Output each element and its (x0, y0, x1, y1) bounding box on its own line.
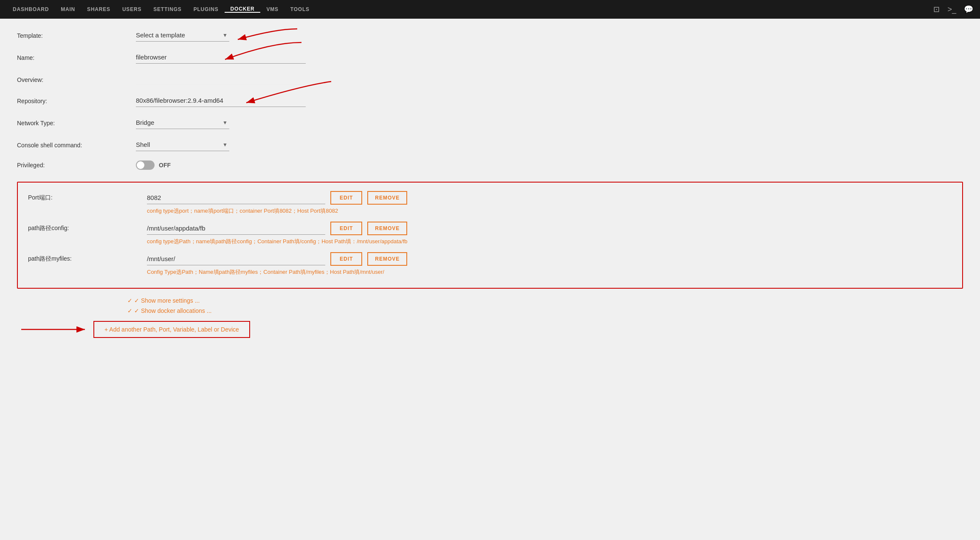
nav-main[interactable]: MAIN (55, 6, 81, 13)
annotation-arrow-name (221, 38, 306, 68)
annotation-arrow-repo (242, 77, 335, 111)
privileged-row: Privileged: OFF (17, 160, 963, 170)
repository-row: Repository: (17, 94, 963, 107)
port-label: Port端口: (28, 194, 147, 202)
show-more-settings-link[interactable]: ✓ ✓ Show more settings ... (127, 297, 963, 304)
nav-items: DASHBOARD MAIN SHARES USERS SETTINGS PLU… (7, 6, 933, 13)
port-edit-button[interactable]: EDIT (330, 191, 362, 205)
toggle-knob (137, 161, 144, 169)
network-type-row: Network Type: Bridge Host None ▼ (17, 116, 963, 129)
nav-utility-icons: ⊡ >_ 💬 (933, 5, 973, 14)
nav-shares[interactable]: SHARES (81, 6, 116, 13)
export-icon[interactable]: ⊡ (933, 5, 940, 14)
top-nav: DASHBOARD MAIN SHARES USERS SETTINGS PLU… (0, 0, 980, 19)
port-section-row: Port端口: EDIT REMOVE config type选port；nam… (28, 191, 952, 220)
add-another-button[interactable]: + Add another Path, Port, Variable, Labe… (93, 321, 250, 338)
path-config-remove-button[interactable]: REMOVE (367, 222, 407, 235)
ports-paths-section: Port端口: EDIT REMOVE config type选port；nam… (17, 182, 963, 289)
console-shell-label: Console shell command: (17, 138, 136, 149)
port-hint: config type选port；name填port端口；container P… (147, 207, 952, 220)
network-type-select[interactable]: Bridge Host None (136, 116, 229, 129)
show-more-settings-label: ✓ Show more settings ... (134, 297, 200, 304)
show-docker-allocations-link[interactable]: ✓ ✓ Show docker allocations ... (127, 307, 963, 314)
nav-docker[interactable]: DOCKER (225, 6, 261, 13)
chevron-down-icon-2: ✓ (127, 307, 132, 314)
annotation-arrow-add (17, 321, 93, 338)
path-config-section-row: path路径config: EDIT REMOVE config type选Pa… (28, 222, 952, 250)
overview-row: Overview: (17, 73, 963, 85)
nav-plugins[interactable]: PLUGINS (188, 6, 225, 13)
chat-icon[interactable]: 💬 (964, 5, 973, 14)
port-remove-button[interactable]: REMOVE (367, 191, 407, 205)
path-myfiles-hint: Config Type选Path；Name填path路径myfiles；Cont… (147, 268, 952, 278)
nav-settings[interactable]: SETTINGS (147, 6, 187, 13)
show-more-settings-wrap: ✓ ✓ Show more settings ... ✓ ✓ Show dock… (127, 297, 963, 314)
nav-dashboard[interactable]: DASHBOARD (7, 6, 55, 13)
path-myfiles-edit-button[interactable]: EDIT (330, 252, 362, 266)
template-label: Template: (17, 29, 136, 39)
template-row: Template: Select a template ▼ (17, 29, 963, 42)
path-config-input[interactable] (147, 222, 325, 235)
template-field: Select a template ▼ (136, 29, 229, 42)
name-row: Name: (17, 51, 963, 64)
app-wrapper: DASHBOARD MAIN SHARES USERS SETTINGS PLU… (0, 0, 980, 540)
show-docker-allocations-label: ✓ Show docker allocations ... (134, 307, 211, 314)
path-myfiles-label: path路径myfiles: (28, 255, 147, 263)
add-another-wrap: + Add another Path, Port, Variable, Labe… (17, 321, 963, 338)
path-myfiles-input[interactable] (147, 253, 325, 265)
chevron-down-icon: ✓ (127, 297, 132, 304)
nav-tools[interactable]: TOOLS (284, 6, 315, 13)
path-config-label: path路径config: (28, 225, 147, 232)
name-label: Name: (17, 51, 136, 61)
path-config-edit-button[interactable]: EDIT (330, 222, 362, 235)
path-myfiles-remove-button[interactable]: REMOVE (367, 252, 407, 266)
terminal-icon[interactable]: >_ (947, 5, 956, 14)
port-input[interactable] (147, 191, 325, 204)
nav-vms[interactable]: VMS (260, 6, 284, 13)
template-select[interactable]: Select a template (136, 29, 229, 42)
privileged-state-label: OFF (159, 162, 171, 169)
overview-label: Overview: (17, 73, 136, 83)
network-type-label: Network Type: (17, 116, 136, 127)
path-myfiles-section-row: path路径myfiles: EDIT REMOVE Config Type选P… (28, 252, 952, 278)
privileged-toggle[interactable] (136, 160, 155, 170)
nav-users[interactable]: USERS (116, 6, 147, 13)
path-config-hint: config type选Path；name填path路径config；Conta… (147, 238, 952, 250)
repository-label: Repository: (17, 94, 136, 104)
console-shell-row: Console shell command: Shell Bash sh ▼ (17, 138, 963, 151)
main-content: Template: Select a template ▼ (0, 19, 980, 540)
console-shell-select[interactable]: Shell Bash sh (136, 138, 229, 151)
privileged-label: Privileged: (17, 162, 136, 169)
